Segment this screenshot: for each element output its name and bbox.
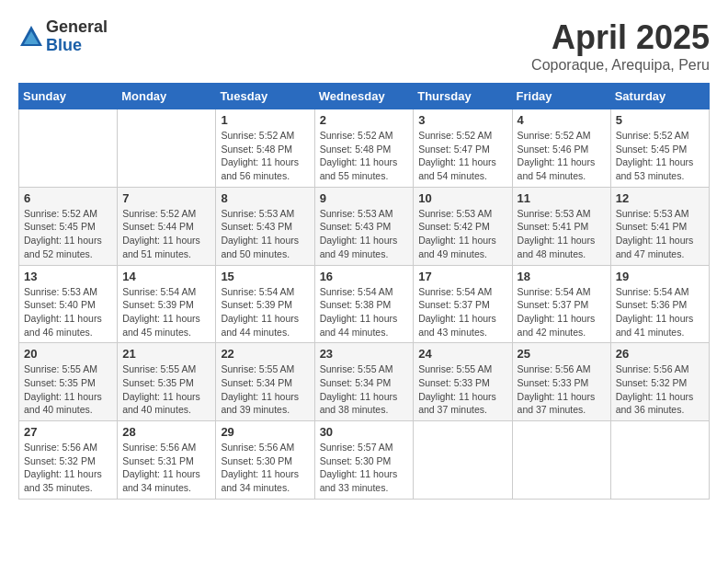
day-number: 12 bbox=[616, 191, 704, 205]
day-detail: Sunrise: 5:54 AM Sunset: 5:38 PM Dayligh… bbox=[320, 285, 409, 339]
day-detail: Sunrise: 5:55 AM Sunset: 5:33 PM Dayligh… bbox=[418, 362, 506, 417]
calendar-cell: 9Sunrise: 5:53 AM Sunset: 5:43 PM Daylig… bbox=[314, 187, 414, 265]
day-detail: Sunrise: 5:56 AM Sunset: 5:32 PM Dayligh… bbox=[616, 362, 704, 417]
day-detail: Sunrise: 5:55 AM Sunset: 5:34 PM Dayligh… bbox=[320, 362, 409, 417]
day-detail: Sunrise: 5:53 AM Sunset: 5:43 PM Dayligh… bbox=[221, 207, 309, 261]
title-area: April 2025 Coporaque, Arequipa, Peru bbox=[531, 18, 710, 74]
logo: General Blue bbox=[18, 18, 108, 55]
day-detail: Sunrise: 5:53 AM Sunset: 5:42 PM Dayligh… bbox=[418, 207, 506, 261]
calendar-cell: 16Sunrise: 5:54 AM Sunset: 5:38 PM Dayli… bbox=[314, 265, 414, 343]
calendar-cell: 7Sunrise: 5:52 AM Sunset: 5:44 PM Daylig… bbox=[118, 187, 216, 265]
day-number: 7 bbox=[122, 191, 210, 205]
day-number: 16 bbox=[320, 270, 409, 283]
calendar-header-friday: Friday bbox=[512, 84, 610, 109]
day-detail: Sunrise: 5:52 AM Sunset: 5:48 PM Dayligh… bbox=[221, 129, 309, 183]
calendar: SundayMondayTuesdayWednesdayThursdayFrid… bbox=[18, 83, 710, 500]
calendar-cell: 12Sunrise: 5:53 AM Sunset: 5:41 PM Dayli… bbox=[610, 187, 709, 265]
day-number: 21 bbox=[122, 347, 210, 361]
day-number: 24 bbox=[418, 347, 506, 361]
calendar-cell: 6Sunrise: 5:52 AM Sunset: 5:45 PM Daylig… bbox=[19, 187, 118, 265]
calendar-week-row: 1Sunrise: 5:52 AM Sunset: 5:48 PM Daylig… bbox=[19, 109, 710, 188]
calendar-header-thursday: Thursday bbox=[414, 84, 512, 109]
logo-general-text: General bbox=[46, 18, 108, 37]
calendar-cell: 26Sunrise: 5:56 AM Sunset: 5:32 PM Dayli… bbox=[610, 343, 709, 421]
day-number: 17 bbox=[418, 270, 506, 283]
calendar-cell: 18Sunrise: 5:54 AM Sunset: 5:37 PM Dayli… bbox=[512, 265, 610, 343]
day-number: 4 bbox=[518, 113, 606, 127]
calendar-week-row: 27Sunrise: 5:56 AM Sunset: 5:32 PM Dayli… bbox=[19, 421, 710, 500]
day-number: 3 bbox=[418, 113, 506, 127]
day-detail: Sunrise: 5:53 AM Sunset: 5:41 PM Dayligh… bbox=[616, 207, 704, 261]
logo-blue-text: Blue bbox=[46, 37, 108, 55]
calendar-cell: 11Sunrise: 5:53 AM Sunset: 5:41 PM Dayli… bbox=[512, 187, 610, 265]
calendar-header-sunday: Sunday bbox=[19, 84, 118, 109]
day-number: 14 bbox=[122, 270, 210, 283]
calendar-cell: 23Sunrise: 5:55 AM Sunset: 5:34 PM Dayli… bbox=[314, 343, 414, 421]
day-number: 22 bbox=[221, 347, 309, 361]
calendar-header-saturday: Saturday bbox=[610, 84, 709, 109]
day-detail: Sunrise: 5:55 AM Sunset: 5:35 PM Dayligh… bbox=[122, 362, 210, 417]
day-detail: Sunrise: 5:52 AM Sunset: 5:46 PM Dayligh… bbox=[518, 129, 606, 183]
day-detail: Sunrise: 5:54 AM Sunset: 5:39 PM Dayligh… bbox=[221, 285, 309, 339]
day-number: 23 bbox=[320, 347, 409, 361]
calendar-cell: 24Sunrise: 5:55 AM Sunset: 5:33 PM Dayli… bbox=[414, 343, 512, 421]
calendar-cell: 14Sunrise: 5:54 AM Sunset: 5:39 PM Dayli… bbox=[118, 265, 216, 343]
day-number: 25 bbox=[518, 347, 606, 361]
calendar-header-row: SundayMondayTuesdayWednesdayThursdayFrid… bbox=[19, 84, 710, 109]
calendar-header-monday: Monday bbox=[118, 84, 216, 109]
day-number: 2 bbox=[320, 113, 409, 127]
logo-text: General Blue bbox=[46, 18, 108, 55]
day-detail: Sunrise: 5:52 AM Sunset: 5:47 PM Dayligh… bbox=[418, 129, 506, 183]
day-detail: Sunrise: 5:52 AM Sunset: 5:45 PM Dayligh… bbox=[616, 129, 704, 183]
day-number: 9 bbox=[320, 191, 409, 205]
day-number: 6 bbox=[24, 191, 112, 205]
calendar-cell: 3Sunrise: 5:52 AM Sunset: 5:47 PM Daylig… bbox=[414, 109, 512, 188]
day-detail: Sunrise: 5:56 AM Sunset: 5:32 PM Dayligh… bbox=[24, 441, 112, 495]
day-number: 27 bbox=[24, 425, 112, 439]
day-detail: Sunrise: 5:53 AM Sunset: 5:43 PM Dayligh… bbox=[320, 207, 409, 261]
location-title: Coporaque, Arequipa, Peru bbox=[531, 57, 710, 74]
calendar-cell: 17Sunrise: 5:54 AM Sunset: 5:37 PM Dayli… bbox=[414, 265, 512, 343]
day-number: 13 bbox=[24, 270, 112, 283]
day-number: 15 bbox=[221, 270, 309, 283]
day-detail: Sunrise: 5:53 AM Sunset: 5:41 PM Dayligh… bbox=[518, 207, 606, 261]
calendar-cell: 13Sunrise: 5:53 AM Sunset: 5:40 PM Dayli… bbox=[19, 265, 118, 343]
day-number: 19 bbox=[616, 270, 704, 283]
header: General Blue April 2025 Coporaque, Arequ… bbox=[18, 18, 710, 74]
month-title: April 2025 bbox=[531, 18, 710, 57]
day-number: 26 bbox=[616, 347, 704, 361]
calendar-cell: 4Sunrise: 5:52 AM Sunset: 5:46 PM Daylig… bbox=[512, 109, 610, 188]
calendar-cell: 21Sunrise: 5:55 AM Sunset: 5:35 PM Dayli… bbox=[118, 343, 216, 421]
calendar-cell bbox=[512, 421, 610, 500]
day-detail: Sunrise: 5:52 AM Sunset: 5:45 PM Dayligh… bbox=[24, 207, 112, 261]
calendar-cell: 10Sunrise: 5:53 AM Sunset: 5:42 PM Dayli… bbox=[414, 187, 512, 265]
calendar-cell: 2Sunrise: 5:52 AM Sunset: 5:48 PM Daylig… bbox=[314, 109, 414, 188]
calendar-cell bbox=[19, 109, 118, 188]
calendar-cell: 28Sunrise: 5:56 AM Sunset: 5:31 PM Dayli… bbox=[118, 421, 216, 500]
logo-icon bbox=[18, 24, 44, 50]
calendar-cell: 15Sunrise: 5:54 AM Sunset: 5:39 PM Dayli… bbox=[216, 265, 314, 343]
calendar-cell: 5Sunrise: 5:52 AM Sunset: 5:45 PM Daylig… bbox=[610, 109, 709, 188]
day-detail: Sunrise: 5:56 AM Sunset: 5:33 PM Dayligh… bbox=[518, 362, 606, 417]
calendar-cell: 20Sunrise: 5:55 AM Sunset: 5:35 PM Dayli… bbox=[19, 343, 118, 421]
calendar-cell: 8Sunrise: 5:53 AM Sunset: 5:43 PM Daylig… bbox=[216, 187, 314, 265]
day-detail: Sunrise: 5:54 AM Sunset: 5:39 PM Dayligh… bbox=[122, 285, 210, 339]
day-number: 29 bbox=[221, 425, 309, 439]
calendar-cell: 30Sunrise: 5:57 AM Sunset: 5:30 PM Dayli… bbox=[314, 421, 414, 500]
day-number: 10 bbox=[418, 191, 506, 205]
day-detail: Sunrise: 5:53 AM Sunset: 5:40 PM Dayligh… bbox=[24, 285, 112, 339]
day-detail: Sunrise: 5:56 AM Sunset: 5:31 PM Dayligh… bbox=[122, 441, 210, 495]
day-number: 30 bbox=[320, 425, 409, 439]
day-number: 11 bbox=[518, 191, 606, 205]
day-detail: Sunrise: 5:52 AM Sunset: 5:44 PM Dayligh… bbox=[122, 207, 210, 261]
calendar-cell: 25Sunrise: 5:56 AM Sunset: 5:33 PM Dayli… bbox=[512, 343, 610, 421]
day-detail: Sunrise: 5:54 AM Sunset: 5:37 PM Dayligh… bbox=[418, 285, 506, 339]
day-number: 1 bbox=[221, 113, 309, 127]
calendar-cell bbox=[414, 421, 512, 500]
calendar-week-row: 20Sunrise: 5:55 AM Sunset: 5:35 PM Dayli… bbox=[19, 343, 710, 421]
calendar-header-tuesday: Tuesday bbox=[216, 84, 314, 109]
calendar-cell bbox=[610, 421, 709, 500]
calendar-cell: 29Sunrise: 5:56 AM Sunset: 5:30 PM Dayli… bbox=[216, 421, 314, 500]
calendar-cell: 19Sunrise: 5:54 AM Sunset: 5:36 PM Dayli… bbox=[610, 265, 709, 343]
calendar-cell: 1Sunrise: 5:52 AM Sunset: 5:48 PM Daylig… bbox=[216, 109, 314, 188]
